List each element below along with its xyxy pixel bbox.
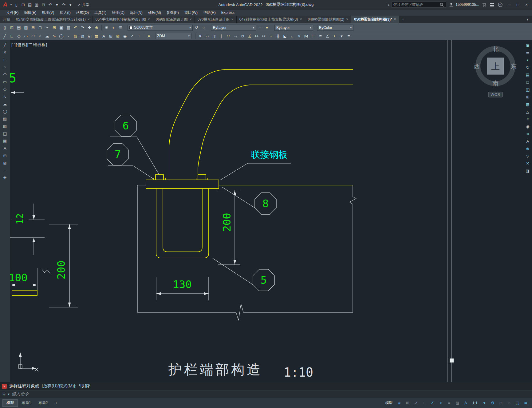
doc-tab-064[interactable]: 064手扶拖拉机预制板桥设计图 × xyxy=(93,16,153,23)
help-icon[interactable]: ? xyxy=(497,2,503,8)
object-color-combo[interactable]: ByLayer ▾ xyxy=(211,25,256,31)
tab-close-icon[interactable]: × xyxy=(394,17,396,22)
hatch-icon[interactable]: ▨ xyxy=(1,115,9,122)
nav-sheetset-icon[interactable]: ▤ xyxy=(524,72,531,78)
ellipse-icon[interactable]: ◯ xyxy=(58,33,65,39)
callout-6[interactable]: 6 xyxy=(110,115,160,175)
donut-icon[interactable]: ◉ xyxy=(121,33,128,39)
dim-aligned-icon[interactable]: ≅ xyxy=(317,33,324,39)
nav-blank-icon[interactable]: □ xyxy=(524,79,531,85)
zoom-icon[interactable]: ⊕ xyxy=(93,24,100,31)
doc-tab-057[interactable]: 057斜交预制混凝土圆形涵洞典型设计图(1) × xyxy=(13,16,93,23)
nav-properties-icon[interactable]: ▣ xyxy=(524,42,531,49)
qat-redo-icon[interactable]: ↷ xyxy=(60,1,67,8)
nav-text-icon[interactable]: A xyxy=(524,138,531,145)
mirror-icon[interactable]: ◫ xyxy=(211,33,218,39)
share-button[interactable]: ↗ 共享 xyxy=(75,2,92,7)
command-options[interactable]: [放弃(U)/模式(M)]: xyxy=(42,383,76,389)
command-input-hint[interactable]: 键入命令 xyxy=(12,391,29,397)
ellipse-icon[interactable]: ◯ xyxy=(1,108,9,115)
layer-combo[interactable]: SG005文字 ▾ xyxy=(128,25,193,31)
ray-icon[interactable]: ↗ xyxy=(128,33,136,39)
cut-icon[interactable]: ✂ xyxy=(44,24,51,31)
menu-parametric[interactable]: 参数(P) xyxy=(164,10,182,16)
annotation-scale[interactable]: 1:1 xyxy=(470,400,480,406)
properties-icon[interactable]: ≡ xyxy=(345,33,352,39)
tab-close-icon[interactable]: × xyxy=(300,17,302,22)
region-icon[interactable]: ◱ xyxy=(1,130,9,137)
layer-on-icon[interactable]: ☀ xyxy=(103,24,110,31)
nav-blocks-icon[interactable]: ⊞ xyxy=(524,94,531,100)
rectangle-icon[interactable]: ▭ xyxy=(1,78,9,85)
nav-materials-icon[interactable]: ◐ xyxy=(524,57,531,63)
tab-close-icon[interactable]: × xyxy=(231,17,234,22)
tab-close-icon[interactable]: × xyxy=(148,17,150,22)
menu-insert[interactable]: 插入(I) xyxy=(57,10,73,16)
plotstyle-combo[interactable]: ByColor ▾ xyxy=(317,25,353,31)
erase-icon[interactable]: ✕ xyxy=(197,33,204,39)
open-icon[interactable]: ⊡ xyxy=(8,24,15,31)
rotate-icon[interactable]: ↻ xyxy=(239,33,246,39)
nav-orbit-icon[interactable]: △ xyxy=(524,109,531,115)
layout-tab-layout1[interactable]: 布局1 xyxy=(18,399,35,407)
arc-icon[interactable]: ◠ xyxy=(1,71,9,78)
doc-tab-047[interactable]: 047斜交钢筋混凝土简支板梁式桥(3) × xyxy=(237,16,305,23)
center-mark-icon[interactable]: ⌖ xyxy=(331,33,338,39)
model-space-toggle[interactable]: 模型 xyxy=(383,400,395,406)
transparency-icon[interactable]: ▨ xyxy=(454,400,461,406)
text-style-icon[interactable]: A xyxy=(145,33,152,39)
viewport-controls[interactable]: [-][俯视][二维线框] xyxy=(11,42,47,48)
infer-constraints-icon[interactable]: ⊿ xyxy=(412,400,420,406)
table-icon[interactable]: ▦ xyxy=(93,33,100,39)
layout-tab-model[interactable]: 模型 xyxy=(2,399,18,407)
account-button[interactable]: 1505999135... xyxy=(448,2,479,8)
fillet-icon[interactable]: ◟ xyxy=(289,33,296,39)
viewcube[interactable]: 上 北 西 东 南 WCS xyxy=(474,46,517,97)
customize-icon[interactable]: ≣ xyxy=(522,400,530,406)
layer-freeze-icon[interactable]: ◐ xyxy=(110,24,117,31)
search-input[interactable] xyxy=(393,2,439,7)
polar-icon[interactable]: ∠ xyxy=(429,400,436,406)
preview-icon[interactable]: ◻ xyxy=(37,24,44,31)
undo-icon[interactable]: ↶ xyxy=(72,24,79,31)
more-caret-icon[interactable]: ▾ xyxy=(338,33,345,39)
new-tab-button[interactable]: + xyxy=(399,16,407,23)
create-block-icon[interactable]: ⊠ xyxy=(1,160,9,166)
doc-tab-start[interactable]: 开始 xyxy=(0,16,13,23)
nav-hatch-icon[interactable]: ▩ xyxy=(524,101,531,108)
polyline-icon[interactable]: ∟ xyxy=(1,56,9,63)
qat-undo-icon[interactable]: ↶ xyxy=(47,1,53,8)
revcloud-icon[interactable]: ☁ xyxy=(44,33,51,39)
polygon-icon[interactable]: ◇ xyxy=(1,86,9,93)
qat-undo-caret-icon[interactable]: ▾ xyxy=(53,1,60,8)
grip-point[interactable] xyxy=(450,358,454,362)
layout-tab-new[interactable]: + xyxy=(51,399,61,407)
layout-tab-layout2[interactable]: 布局2 xyxy=(35,399,52,407)
wcs-button[interactable]: WCS xyxy=(488,92,502,97)
lineweight-icon[interactable]: ≡ xyxy=(263,24,270,31)
menu-tools[interactable]: 工具(T) xyxy=(92,10,109,16)
array-icon[interactable]: ∷ xyxy=(225,33,232,39)
annotation-icon[interactable]: A xyxy=(462,400,469,406)
nav-refresh-icon[interactable]: ↻ xyxy=(524,64,531,71)
tab-close-icon[interactable]: × xyxy=(346,17,348,22)
ortho-icon[interactable]: ∟ xyxy=(420,400,428,406)
spline-icon[interactable]: ∿ xyxy=(51,33,58,39)
dim-angular-icon[interactable]: ∠ xyxy=(324,33,331,39)
move-icon[interactable]: ↔ xyxy=(232,33,239,39)
snap-icon[interactable]: ⊞ xyxy=(404,400,411,406)
divide-icon[interactable]: ÷ xyxy=(136,33,143,39)
trim-icon[interactable]: ✂ xyxy=(260,33,267,39)
polyline-icon[interactable]: ∟ xyxy=(8,33,15,39)
nav-collapse-icon[interactable]: ▽ xyxy=(524,153,531,159)
qat-open-icon[interactable]: ⊡ xyxy=(20,1,26,8)
revcloud-icon[interactable]: ☁ xyxy=(1,101,9,107)
qat-redo-caret-icon[interactable]: ▾ xyxy=(67,1,74,8)
logo-caret-icon[interactable]: ▾ xyxy=(10,3,12,6)
command-customize-icon[interactable]: ⊞ xyxy=(2,392,6,396)
tab-close-icon[interactable]: × xyxy=(88,17,90,22)
lineweight-icon[interactable]: ≡ xyxy=(445,400,453,406)
break-icon[interactable]: ∦ xyxy=(274,33,282,39)
nav-viewport-icon[interactable]: ◫ xyxy=(524,86,531,93)
osnap-icon[interactable]: ⌖ xyxy=(437,400,444,406)
